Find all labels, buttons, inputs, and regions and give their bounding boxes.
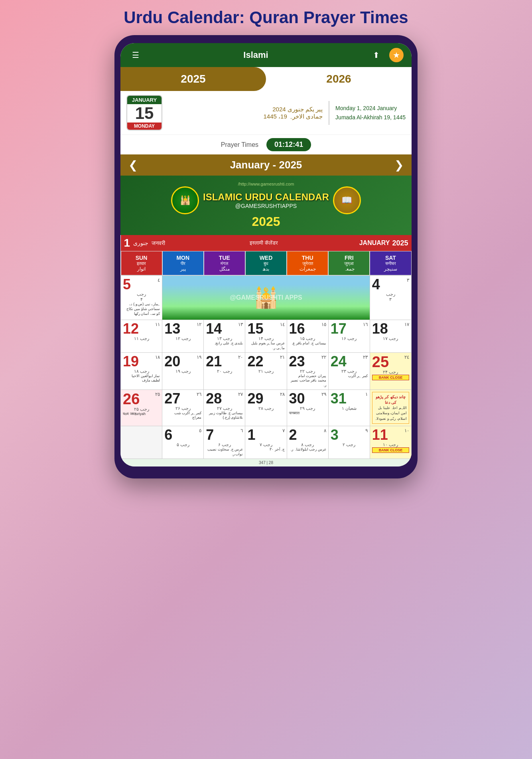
calendar-table: 1 جنوری जनवरी इस्लामी कॅलेंडर JANUARY 20…: [120, 235, 412, 459]
banner-handle: @GAMESRUSHTIAPPS: [203, 203, 329, 209]
cal-day: 15: [127, 104, 162, 123]
cal-month: JANUARY: [127, 96, 162, 104]
year-2026-button[interactable]: 2026: [266, 67, 412, 91]
eng-line1: Monday 1, 2024 January: [335, 104, 406, 113]
cell-mon-6[interactable]: 6 ٥ رجب ۵: [162, 426, 204, 459]
urdu-line1: پیر یکم جنوری 2024: [168, 106, 323, 113]
cell-sat-11-bankclose[interactable]: 11 ١٠ رجب ۱۰ BANK CLOSE: [370, 426, 411, 459]
phone-inner: ☰ Islami ⬆ ★ 2025 2026 JANUARY 15 MONDAY…: [120, 43, 412, 466]
month-nav: ❮ January - 2025 ❯: [120, 154, 412, 176]
fri-header: FRI जुम्आ جمعہ: [328, 251, 370, 276]
cell-fri-3[interactable]: 3 ٩ رجب ۲: [328, 426, 370, 459]
cell-sat-18[interactable]: 18 ١٧ رجب ۱۷: [370, 320, 411, 352]
urdu-info: پیر یکم جنوری 2024 جمادی الاخرہ 19، 1445: [168, 106, 323, 120]
cal-urdu-month: جنوری: [133, 240, 148, 246]
info-section: JANUARY 15 MONDAY پیر یکم جنوری 2024 جما…: [120, 91, 412, 134]
year-selector: 2025 2026: [120, 67, 412, 91]
year-2025-button[interactable]: 2025: [120, 67, 266, 91]
cal-year-eng: 2025: [392, 239, 408, 247]
cal-month-eng: JANUARY: [359, 239, 390, 247]
cell-thu-16[interactable]: 16 ١٥ رجب ۱۵ بیساتی ح. امام باقر ع.: [287, 320, 328, 352]
cell-thu-2[interactable]: 2 ٨ رجب ۸ عرس رجب ایلولاشاہ ر.: [287, 426, 328, 459]
cell-sat-4[interactable]: 4 ٣ رجب ۳: [370, 276, 411, 320]
thu-header: THU जुमेरात جمعرات: [287, 251, 328, 276]
menu-icon[interactable]: ☰: [128, 48, 143, 62]
dua-text: چاند دیکھ کر پڑھو کی دعا اللہم احلہ علین…: [372, 392, 409, 424]
date-widget: JANUARY 15 MONDAY: [126, 95, 162, 130]
cal-weekday: MONDAY: [127, 123, 162, 130]
quran-icon: 📖: [333, 186, 361, 214]
next-month-button[interactable]: ❯: [394, 158, 404, 172]
cell-sun-12[interactable]: 12 ١١ رجب ۱۱: [121, 320, 162, 352]
sat-header: SAT सनीचर سنیچر: [370, 251, 411, 276]
cell-tue-14[interactable]: 14 ١٣ رجب ۱۳ بلندی ح. علی رانج.: [204, 320, 245, 352]
cal-header-row: 1 جنوری जनवरी इस्लामी कॅलेंडर JANUARY 20…: [121, 235, 412, 251]
prayer-bar: Prayer Times 01:12:41: [120, 134, 412, 154]
cal-row-2: 12 ١١ رجب ۱۱ 13 ١٢ رجب ۱۲: [121, 320, 412, 352]
share-icon[interactable]: ⬆: [369, 48, 383, 62]
bank-close-11: BANK CLOSE: [372, 447, 409, 453]
prayer-label: Prayer Times: [221, 141, 258, 148]
cell-sun-26[interactable]: 26 ٢٥ رجب ۲۵ यoम जमहuriyah: [121, 389, 162, 426]
banner-url: /http://www.gamesrushti.com: [126, 182, 406, 186]
urdu-line2: جمادی الاخرہ 19، 1445: [168, 113, 323, 120]
app-bar: ☰ Islami ⬆ ★: [120, 43, 412, 67]
cal-grid-label: इस्लामी कॅलेंडर: [168, 240, 359, 246]
cell-sun-empty: [121, 426, 162, 459]
cal-header-num: 1: [124, 237, 130, 249]
banner-title: ISLAMIC URDU CALENDAR: [203, 192, 329, 203]
cell-mon-20[interactable]: 20 ١٩ رجب ۱۹: [162, 352, 204, 389]
sun-header: SUN इतवार اتوار: [121, 251, 162, 276]
days-header-row: SUN इतवार اتوار MON पीर پیر: [121, 251, 412, 276]
bank-close-25: BANK CLOSE: [372, 375, 409, 380]
cell-tue-21[interactable]: 21 ٢٠ رجب ۲۰: [204, 352, 245, 389]
cell-tue-7[interactable]: 7 ٦ رجب ۶ عرس ح. سخاوت نصیب نواب ر.: [204, 426, 245, 459]
tue-header: TUE मंगल منگل: [204, 251, 245, 276]
page-title: Urdu Calendar: Quran Prayer Times: [124, 8, 408, 27]
cell-thu-23[interactable]: 23 ٢٢ رجب ۲۲ پیران حضرت امام محمد باقر ص…: [287, 352, 328, 389]
mosque-image-cell: 🕌 @GAMESRUSHTI APPS: [162, 276, 370, 320]
month-title: January - 2025: [230, 159, 302, 171]
cell-wed-29[interactable]: 29 ٢٨ رجب ۲۸: [245, 389, 287, 426]
cell-sun-5[interactable]: 5 ٤ رجب ۴ ہمارے نبی (ص.و.) نے سماجی شاؤ …: [121, 276, 162, 320]
wed-header: WED बुध بدھ: [245, 251, 287, 276]
cell-mon-13[interactable]: 13 ١٢ رجب ۱۲: [162, 320, 204, 352]
cal-row-1: 5 ٤ رجب ۴ ہمارے نبی (ص.و.) نے سماجی شاؤ …: [121, 276, 412, 320]
divider: [329, 101, 329, 125]
cell-wed-22[interactable]: 22 ٢١ رجب ۲۱: [245, 352, 287, 389]
cell-sat-25[interactable]: 25 ٢٤ رجب ۲۴ BANK CLOSE: [370, 352, 411, 389]
eng-line2: Jumada Al-Akhirah 19, 1445: [335, 113, 406, 122]
prev-month-button[interactable]: ❮: [128, 158, 138, 172]
mon-header: MON पीर پیر: [162, 251, 204, 276]
cell-wed-15[interactable]: 15 ١٤ رجب ۱۴ عرس ساہر بغوم بلبل ماہی ر.: [245, 320, 287, 352]
cal-row-5: 6 ٥ رجب ۵ 7 ٦ رجب ۶ عرس ح. سخاوت نصیب نو…: [121, 426, 412, 459]
cell-wed-1[interactable]: 1 ٧ رجب ۷ ج. آخر ۳۰: [245, 426, 287, 459]
banner-year: 2025: [126, 214, 406, 229]
cal-row-4: 26 ٢٥ رجب ۲۵ यoम जमहuriyah 27 ٢٦ رجب ۲۶ …: [121, 389, 412, 426]
star-icon[interactable]: ★: [389, 48, 404, 62]
phone-frame: ☰ Islami ⬆ ★ 2025 2026 JANUARY 15 MONDAY…: [114, 35, 418, 478]
bottom-indicator: 347 | 28: [120, 459, 412, 466]
cell-fri-24[interactable]: 24 ٢٣ رجب ۲۳ کمر ہر اکرب: [328, 352, 370, 389]
cell-mon-27[interactable]: 27 ٢٦ رجب ۲۶ کمر ہر اکرب شب معراج: [162, 389, 204, 426]
app-bar-icons: ⬆ ★: [369, 48, 404, 62]
cell-fri-31[interactable]: 31 ١ شعبان ۱: [328, 389, 370, 426]
cell-fri-17[interactable]: 17 ١٦ رجب ۱۶: [328, 320, 370, 352]
cal-row-3: 19 ١٨ رجب ۱۸ نماز ابوالعین الاحیا لطیف م…: [121, 352, 412, 389]
cell-thu-30[interactable]: 30 ٢٩ رجب ۲۹ पानबरात: [287, 389, 328, 426]
prayer-time: 01:12:41: [266, 138, 311, 151]
cell-tue-28[interactable]: 28 ٢٧ رجب ۲۷ بیساتی ح. طالوت زبیر بلاشاو…: [204, 389, 245, 426]
mosque-icon: 🕌: [171, 186, 199, 214]
app-title: Islami: [243, 50, 268, 60]
english-info: Monday 1, 2024 January Jumada Al-Akhirah…: [335, 104, 406, 122]
cell-dua: چاند دیکھ کر پڑھو کی دعا اللہم احلہ علین…: [370, 389, 411, 426]
cell-sun-19[interactable]: 19 ١٨ رجب ۱۸ نماز ابوالعین الاحیا لطیف م…: [121, 352, 162, 389]
calendar-banner: /http://www.gamesrushti.com 🕌 ISLAMIC UR…: [120, 176, 412, 235]
cal-hindi-month: जनवरी: [152, 240, 165, 247]
